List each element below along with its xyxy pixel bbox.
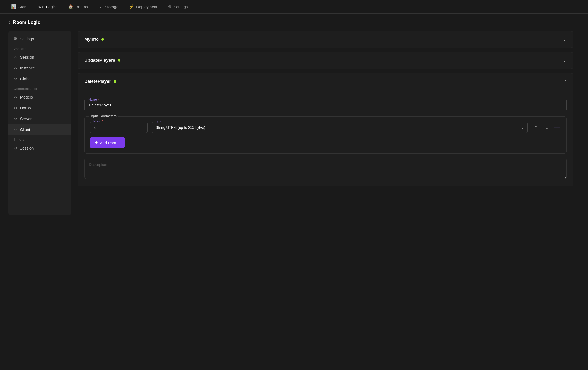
section-myinfo-title: MyInfo [84, 37, 99, 42]
code-icon-server: <> [14, 117, 17, 121]
settings-nav-icon: ⚙ [168, 4, 171, 9]
page-body: ‹ Room Logic ⚙ Settings Variables <> Ses… [0, 14, 588, 220]
sidebar-section-timers: Timers [8, 135, 71, 142]
section-deleteplayer-body: Name * Input Parameters Name * [78, 90, 573, 186]
move-up-button[interactable]: ⌃ [532, 123, 540, 132]
param-type-group: Type String UTF-8 (up to 255 bytes) Inte… [152, 122, 528, 133]
tab-rooms[interactable]: 🏠 Rooms [63, 1, 93, 13]
section-myinfo: MyInfo ⌄ [78, 31, 573, 48]
sidebar: ⚙ Settings Variables <> Session <> Insta… [8, 31, 71, 215]
remove-param-button[interactable]: — [553, 123, 561, 132]
logics-icon: </> [38, 5, 44, 9]
param-row-id: Name * Type String UTF-8 (up to 255 byte… [90, 122, 561, 133]
sidebar-item-instance[interactable]: <> Instance [8, 63, 71, 73]
code-icon-models: <> [14, 95, 17, 99]
chevron-up-icon-deleteplayer: ⌃ [563, 79, 567, 84]
name-field-group: Name * [84, 95, 567, 111]
sidebar-section-communication: Communication [8, 84, 71, 92]
tab-storage[interactable]: 🗄 Storage [94, 1, 123, 13]
name-input[interactable] [84, 99, 567, 111]
tab-deployment[interactable]: ⚡ Deployment [124, 1, 162, 13]
sidebar-item-timers-session[interactable]: ⊙ Session [8, 142, 71, 153]
param-name-group: Name * [90, 122, 148, 133]
status-dot-myinfo [101, 38, 104, 41]
param-type-label: Type [154, 120, 163, 123]
section-updateplayers-title: UpdatePlayers [84, 58, 115, 63]
move-down-button[interactable]: ⌄ [542, 123, 551, 132]
section-updateplayers-header[interactable]: UpdatePlayers ⌄ [78, 52, 573, 69]
status-dot-updateplayers [118, 59, 120, 62]
main-layout: ⚙ Settings Variables <> Session <> Insta… [8, 31, 580, 215]
sidebar-item-settings[interactable]: ⚙ Settings [8, 33, 71, 44]
sidebar-item-hooks[interactable]: <> Hooks [8, 102, 71, 113]
chevron-down-icon-myinfo: ⌄ [563, 37, 567, 42]
plus-icon: + [95, 140, 98, 145]
input-parameters-label: Input Parameters [89, 114, 118, 118]
param-actions: ⌃ ⌄ — [532, 123, 561, 132]
name-field-label: Name * [87, 98, 100, 101]
clock-icon: ⊙ [14, 146, 17, 150]
section-deleteplayer-title: DeletePlayer [84, 79, 111, 84]
breadcrumb: ‹ Room Logic [8, 19, 580, 26]
sidebar-section-variables: Variables [8, 44, 71, 52]
content-area: MyInfo ⌄ UpdatePlayers ⌄ [71, 31, 580, 215]
param-name-label: Name * [92, 120, 104, 123]
sidebar-item-models[interactable]: <> Models [8, 92, 71, 102]
description-textarea[interactable] [84, 158, 567, 179]
gear-icon: ⚙ [14, 36, 17, 41]
section-myinfo-header[interactable]: MyInfo ⌄ [78, 31, 573, 48]
rooms-icon: 🏠 [68, 4, 73, 9]
tab-settings[interactable]: ⚙ Settings [163, 1, 192, 13]
param-name-input[interactable] [90, 122, 148, 133]
storage-icon: 🗄 [98, 4, 103, 9]
code-icon-global: <> [14, 77, 17, 81]
sidebar-item-client[interactable]: <> Client [8, 124, 71, 135]
section-updateplayers: UpdatePlayers ⌄ [78, 52, 573, 69]
back-button[interactable]: ‹ [8, 19, 10, 26]
add-param-button[interactable]: + Add Param [90, 137, 125, 148]
section-deleteplayer-header[interactable]: DeletePlayer ⌃ [78, 73, 573, 90]
top-nav: 📊 Stats </> Logics 🏠 Rooms 🗄 Storage ⚡ D… [0, 0, 588, 14]
code-icon-instance: <> [14, 66, 17, 70]
code-icon-session: <> [14, 55, 17, 59]
tab-logics[interactable]: </> Logics [33, 1, 62, 13]
status-dot-deleteplayer [114, 80, 116, 83]
sidebar-item-global[interactable]: <> Global [8, 73, 71, 84]
tab-stats[interactable]: 📊 Stats [6, 1, 32, 13]
page-title: Room Logic [13, 20, 40, 25]
code-icon-hooks: <> [14, 106, 17, 110]
stats-icon: 📊 [11, 4, 16, 9]
code-icon-client: <> [14, 128, 17, 131]
sidebar-item-session[interactable]: <> Session [8, 52, 71, 63]
param-type-select[interactable]: String UTF-8 (up to 255 bytes) Integer F… [152, 122, 528, 133]
deployment-icon: ⚡ [129, 4, 134, 9]
sidebar-item-server[interactable]: <> Server [8, 113, 71, 124]
input-parameters-box: Input Parameters Name * T [84, 116, 567, 154]
section-deleteplayer: DeletePlayer ⌃ Name * Inpu [78, 73, 573, 186]
chevron-down-icon-updateplayers: ⌄ [563, 58, 567, 63]
